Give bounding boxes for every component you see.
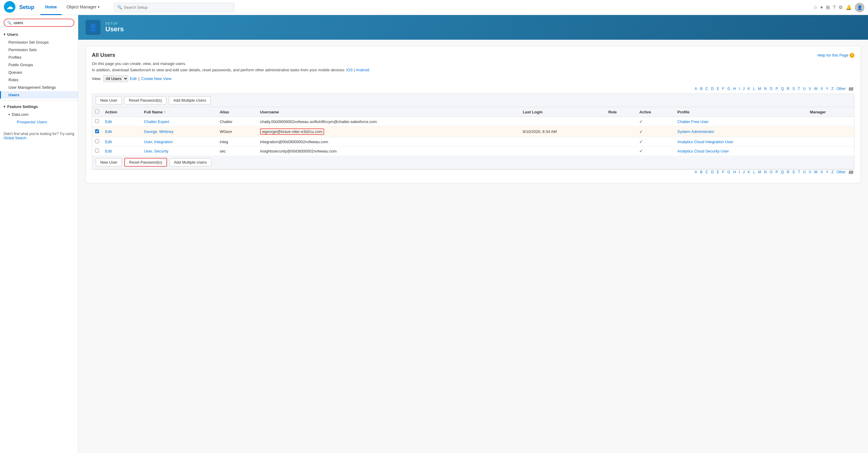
sidebar-item-queues[interactable]: Queues: [0, 69, 78, 76]
alpha-nav-letter-l[interactable]: L: [752, 170, 756, 174]
reset-passwords-button-bottom[interactable]: Reset Password(s): [124, 158, 167, 167]
add-multiple-users-button-bottom[interactable]: Add Multiple Users: [169, 158, 211, 166]
alpha-nav-letter-j[interactable]: J: [742, 86, 746, 91]
alpha-nav-letter-v[interactable]: V: [807, 170, 812, 174]
edit-view-link[interactable]: Edit: [130, 76, 137, 81]
alpha-nav-letter-r[interactable]: R: [785, 86, 790, 91]
alpha-nav-letter-j[interactable]: J: [742, 170, 746, 174]
help-link[interactable]: Help for this Page ?: [817, 53, 855, 58]
alpha-nav-letter-d[interactable]: D: [710, 170, 715, 174]
tab-object-manager[interactable]: Object Manager ▾: [62, 0, 104, 15]
avatar[interactable]: 👤: [855, 3, 864, 12]
alpha-nav-letter-x[interactable]: X: [819, 86, 824, 91]
add-multiple-users-button-top[interactable]: Add Multiple Users: [169, 96, 211, 104]
edit-link-1[interactable]: Edit: [105, 129, 112, 134]
edit-link-3[interactable]: Edit: [105, 149, 112, 153]
alpha-nav-letter-x[interactable]: X: [819, 170, 824, 174]
tab-home[interactable]: Home: [40, 0, 62, 15]
alpha-nav-letter-l[interactable]: L: [752, 86, 756, 91]
ios-link[interactable]: iOS: [346, 68, 353, 72]
row-checkbox-2[interactable]: [95, 139, 99, 143]
sidebar-search-input[interactable]: [13, 21, 71, 25]
alpha-nav-letter-f[interactable]: F: [721, 86, 725, 91]
new-user-button-bottom[interactable]: New User: [96, 158, 122, 166]
alpha-nav-letter-s[interactable]: S: [791, 86, 796, 91]
alpha-nav-letter-all[interactable]: All: [847, 170, 855, 174]
row-checkbox-0[interactable]: [95, 119, 99, 123]
alpha-nav-letter-h[interactable]: H: [732, 86, 737, 91]
sidebar-section-header-feature-settings[interactable]: ▾ Feature Settings: [0, 103, 78, 111]
alpha-nav-letter-e[interactable]: E: [715, 170, 720, 174]
alpha-nav-letter-o[interactable]: O: [769, 170, 774, 174]
alpha-nav-letter-n[interactable]: N: [763, 86, 768, 91]
alpha-nav-letter-e[interactable]: E: [715, 86, 720, 91]
new-user-button-top[interactable]: New User: [96, 96, 122, 104]
alpha-nav-letter-s[interactable]: S: [791, 170, 796, 174]
alpha-nav-letter-h[interactable]: H: [732, 170, 737, 174]
alpha-nav-letter-c[interactable]: C: [704, 86, 709, 91]
sidebar-item-users[interactable]: Users: [0, 91, 78, 99]
android-link[interactable]: Android: [356, 68, 369, 72]
alpha-nav-letter-q[interactable]: Q: [780, 86, 785, 91]
alpha-nav-letter-z[interactable]: Z: [830, 86, 835, 91]
global-search-input[interactable]: [124, 5, 231, 10]
alpha-nav-letter-z[interactable]: Z: [830, 170, 835, 174]
alpha-nav-letter-k[interactable]: K: [746, 86, 751, 91]
sidebar-sub-header-datacom[interactable]: ▾ Data.com: [4, 111, 78, 118]
alpha-nav-letter-f[interactable]: F: [721, 170, 725, 174]
row-checkbox-1[interactable]: [95, 129, 99, 133]
profile-link-0[interactable]: Chatter Free User: [678, 120, 709, 124]
alpha-nav-letter-t[interactable]: T: [797, 86, 801, 91]
edit-link-0[interactable]: Edit: [105, 120, 112, 124]
alpha-nav-letter-a[interactable]: A: [693, 170, 698, 174]
favorites-dropdown-icon[interactable]: ▾: [820, 4, 823, 10]
profile-link-3[interactable]: Analytics Cloud Security User: [678, 149, 729, 153]
sidebar-item-permission-set-groups[interactable]: Permission Set Groups: [0, 38, 78, 46]
alpha-nav-letter-b[interactable]: B: [699, 170, 704, 174]
alpha-nav-letter-g[interactable]: G: [726, 86, 731, 91]
sidebar-item-user-management-settings[interactable]: User Management Settings: [0, 84, 78, 91]
alpha-nav-letter-c[interactable]: C: [704, 170, 709, 174]
view-select[interactable]: All Users: [103, 75, 128, 82]
help-icon[interactable]: ?: [833, 5, 836, 10]
sidebar-item-permission-sets[interactable]: Permission Sets: [0, 46, 78, 54]
global-search-link[interactable]: Global Search: [4, 136, 27, 140]
sidebar-item-profiles[interactable]: Profiles: [0, 54, 78, 61]
alpha-nav-letter-m[interactable]: M: [757, 86, 762, 91]
bell-icon[interactable]: 🔔: [846, 4, 852, 10]
sidebar-item-prospector-users[interactable]: Prospector Users: [4, 118, 78, 126]
alpha-nav-letter-b[interactable]: B: [699, 86, 704, 91]
alpha-nav-letter-u[interactable]: U: [802, 170, 807, 174]
alpha-nav-letter-r[interactable]: R: [785, 170, 790, 174]
sidebar-section-header-users[interactable]: ▾ Users: [0, 30, 78, 38]
favorites-icon[interactable]: ☆: [813, 4, 817, 10]
row-checkbox-3[interactable]: [95, 149, 99, 153]
alpha-nav-letter-w[interactable]: W: [813, 86, 819, 91]
alpha-nav-letter-p[interactable]: P: [774, 170, 779, 174]
alpha-nav-letter-v[interactable]: V: [807, 86, 812, 91]
alpha-nav-letter-p[interactable]: P: [774, 86, 779, 91]
reset-passwords-button-top[interactable]: Reset Password(s): [124, 96, 166, 104]
alpha-nav-letter-y[interactable]: Y: [825, 86, 830, 91]
alpha-nav-letter-d[interactable]: D: [710, 86, 715, 91]
fullname-link-0[interactable]: Chatter Expert: [144, 120, 169, 124]
alpha-nav-letter-a[interactable]: A: [693, 86, 698, 91]
alpha-nav-letter-t[interactable]: T: [797, 170, 801, 174]
alpha-nav-letter-i[interactable]: I: [738, 86, 741, 91]
alpha-nav-letter-other[interactable]: Other: [836, 170, 847, 174]
alpha-nav-letter-k[interactable]: K: [746, 170, 751, 174]
sidebar-item-roles[interactable]: Roles: [0, 76, 78, 84]
salesforce-logo[interactable]: ☁: [4, 1, 16, 14]
alpha-nav-letter-g[interactable]: G: [726, 170, 731, 174]
alpha-nav-letter-q[interactable]: Q: [780, 170, 785, 174]
add-icon[interactable]: ⊞: [826, 4, 830, 10]
fullname-link-2[interactable]: User, Integration: [144, 139, 173, 144]
alpha-nav-letter-y[interactable]: Y: [825, 170, 830, 174]
edit-link-2[interactable]: Edit: [105, 139, 112, 144]
fullname-link-3[interactable]: User, Security: [144, 149, 168, 153]
fullname-link-1[interactable]: George, Whitney: [144, 129, 173, 134]
alpha-nav-letter-all[interactable]: All: [847, 86, 855, 91]
alpha-nav-letter-u[interactable]: U: [802, 86, 807, 91]
alpha-nav-letter-other[interactable]: Other: [836, 86, 847, 91]
alpha-nav-letter-w[interactable]: W: [813, 170, 819, 174]
